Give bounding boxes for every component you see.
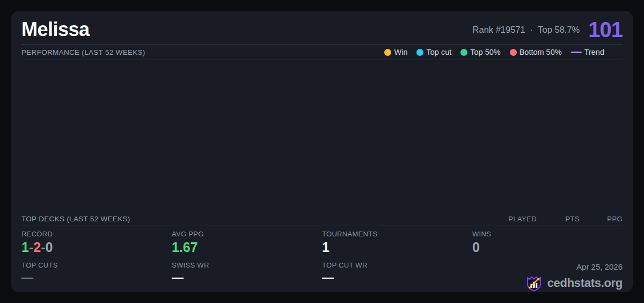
- top-cut-dot-icon: [416, 49, 423, 56]
- record-separator: -: [29, 240, 33, 255]
- top-cut-wr-value: —: [322, 271, 472, 285]
- record-losses: 2: [33, 240, 41, 255]
- footer: Apr 25, 2026 cedhstats.org: [472, 261, 623, 292]
- legend-item-trend: Trend: [571, 48, 604, 56]
- top-decks-header: TOP DECKS (LAST 52 WEEKS) PLAYED PTS PPG: [21, 212, 623, 226]
- legend-item-bottom-50: Bottom 50%: [510, 48, 562, 56]
- bottom-50-dot-icon: [510, 49, 517, 56]
- top-50-dot-icon: [460, 49, 467, 56]
- stat-top-cut-wr: TOP CUT WR —: [322, 261, 472, 292]
- stat-label: TOP CUTS: [21, 261, 172, 269]
- stat-label: SWISS WR: [172, 261, 322, 269]
- card-header: Melissa Rank #19571 · Top 58.7% 101: [21, 11, 623, 45]
- site-branding[interactable]: cedhstats.org: [525, 274, 623, 292]
- legend-item-win: Win: [384, 48, 407, 56]
- legend-label: Top cut: [426, 48, 451, 56]
- performance-section-title: PERFORMANCE (LAST 52 WEEKS): [21, 48, 145, 56]
- legend-label: Top 50%: [470, 48, 500, 56]
- stat-wins: WINS 0: [472, 230, 623, 261]
- stat-label: AVG PPG: [172, 230, 322, 238]
- generated-date: Apr 25, 2026: [576, 262, 623, 271]
- points-value: 101: [588, 18, 623, 42]
- record-wins: 1: [21, 240, 29, 255]
- performance-chart-area: [21, 60, 623, 212]
- swiss-wr-value: —: [172, 271, 322, 285]
- stat-label: TOURNAMENTS: [322, 230, 472, 238]
- cedhstats-logo-icon: [525, 274, 543, 292]
- performance-header: PERFORMANCE (LAST 52 WEEKS) Win Top cut …: [21, 45, 623, 60]
- top-cuts-value: —: [21, 271, 172, 285]
- top-decks-columns: PLAYED PTS PPG: [494, 215, 623, 223]
- stats-grid: RECORD 1-2-0 AVG PPG 1.67 TOURNAMENTS 1 …: [21, 226, 623, 292]
- wins-value: 0: [472, 240, 623, 255]
- rank-separator: ·: [530, 25, 533, 35]
- stat-label: TOP CUT WR: [322, 261, 472, 269]
- rank-text: Rank #19571 · Top 58.7%: [473, 25, 580, 35]
- stat-tournaments: TOURNAMENTS 1: [322, 230, 472, 261]
- stat-avg-ppg: AVG PPG 1.67: [172, 230, 322, 261]
- stat-top-cuts: TOP CUTS —: [21, 261, 172, 292]
- trend-line-icon: [571, 52, 582, 53]
- legend-label: Bottom 50%: [519, 48, 562, 56]
- legend-label: Trend: [584, 48, 604, 56]
- player-stats-card: Melissa Rank #19571 · Top 58.7% 101 PERF…: [11, 11, 633, 292]
- legend-item-top-50: Top 50%: [460, 48, 500, 56]
- top-decks-section-title: TOP DECKS (LAST 52 WEEKS): [21, 215, 130, 223]
- top-percent: Top 58.7%: [538, 25, 580, 35]
- tournaments-value: 1: [322, 240, 472, 255]
- rank-number: Rank #19571: [473, 25, 525, 35]
- record-value: 1-2-0: [21, 240, 172, 255]
- stat-label: RECORD: [21, 230, 172, 238]
- column-header-ppg: PPG: [580, 215, 623, 223]
- site-name: cedhstats.org: [547, 276, 623, 290]
- column-header-pts: PTS: [537, 215, 580, 223]
- chart-legend: Win Top cut Top 50% Bottom 50% Trend: [384, 48, 604, 56]
- avg-ppg-value: 1.67: [172, 240, 322, 255]
- legend-item-top-cut: Top cut: [416, 48, 451, 56]
- legend-label: Win: [394, 48, 407, 56]
- win-dot-icon: [384, 49, 391, 56]
- record-draws: 0: [45, 240, 53, 255]
- column-header-played: PLAYED: [494, 215, 537, 223]
- rank-area: Rank #19571 · Top 58.7% 101: [473, 18, 623, 42]
- stat-swiss-wr: SWISS WR —: [172, 261, 322, 292]
- stat-label: WINS: [472, 230, 623, 238]
- stat-record: RECORD 1-2-0: [21, 230, 172, 261]
- page-title: Melissa: [21, 18, 90, 41]
